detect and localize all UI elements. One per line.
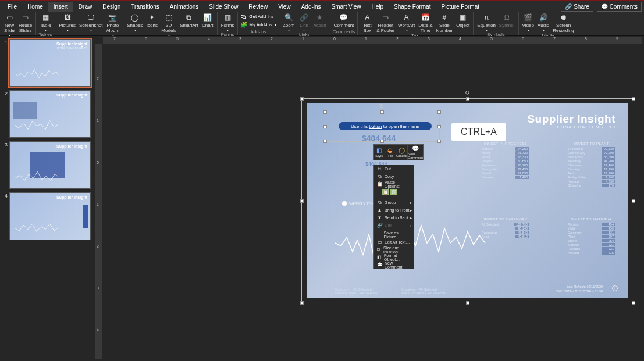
slide-canvas[interactable]: Supplier Insight EDNA CHALLENGE 10 Use t… [307,103,628,298]
slide-panel[interactable]: 1 Supplier InsightEDNA CHALLENGE 10 2 Su… [0,36,95,361]
resize-handle[interactable] [437,110,441,114]
ctx-bring-front[interactable]: ▲Bring to Front▸ [374,206,414,214]
icons-button[interactable]: ✦Icons [145,13,159,28]
rotate-handle-icon[interactable]: ↻ [379,103,385,109]
resize-handle[interactable] [437,125,441,128]
shapes-button[interactable]: ◯Shapes▾ [126,13,144,32]
style-button[interactable]: ◧Style [374,145,385,160]
zoom-button[interactable]: 🔍Zoom▾ [282,13,296,32]
ctx-send-back[interactable]: ▼Send to Back▸ [374,214,414,221]
ctx-alt-text[interactable]: ▭Edit Alt Text… [374,238,414,246]
fill-button[interactable]: ◒Fill [385,145,396,160]
resize-handle[interactable] [380,110,384,114]
resize-handle[interactable] [466,301,469,305]
forms-button[interactable]: ▥Forms▾ [220,13,236,32]
tab-view[interactable]: View [273,2,296,12]
video-button[interactable]: 🎬Video▾ [521,13,535,32]
ctx-cut[interactable]: ✂Cut [374,165,414,173]
info-icon[interactable]: i [612,285,618,291]
resize-handle[interactable] [632,301,635,305]
resize-handle[interactable] [632,97,635,101]
tab-slideshow[interactable]: Slide Show [204,2,243,12]
resize-handle[interactable] [300,301,304,305]
group-icon: ⧉ [377,200,382,206]
tab-smartview[interactable]: Smart View [326,2,367,12]
selection-inner[interactable]: ↻ [325,112,440,142]
resize-handle[interactable] [323,110,327,114]
resize-handle[interactable] [380,140,384,143]
slide-number-button[interactable]: #Slide Number [435,13,454,33]
video-icon: 🎬 [524,13,533,22]
alt-icon: ▭ [377,240,382,245]
tab-pictureformat[interactable]: Picture Format [436,2,485,12]
resize-handle[interactable] [466,97,469,101]
smartart-button[interactable]: ⧉SmartArt [179,13,200,28]
tab-addins[interactable]: Add-ins [296,2,326,12]
tab-design[interactable]: Design [97,2,126,12]
chart-icon: 📊 [203,13,212,22]
ctx-format-object[interactable]: ◧Format Object… [374,253,414,261]
group-illustrations: ◯Shapes▾ ✦Icons ⬚3D Models▾ ⧉SmartArt 📊C… [123,12,218,35]
hf-icon: ▭ [381,13,390,22]
tab-insert[interactable]: Insert [48,2,73,12]
comment-button[interactable]: 💬Comment [333,13,355,28]
chart-button[interactable]: 📊Chart [201,13,215,28]
tab-help[interactable]: Help [367,2,389,12]
ctx-group[interactable]: ⧉Group▸ [374,199,414,206]
resize-handle[interactable] [632,199,635,203]
tab-draw[interactable]: Draw [73,2,97,12]
tab-review[interactable]: Review [243,2,273,12]
slide-subtitle: EDNA CHALLENGE 10 [557,124,615,130]
thumb-slide-3[interactable]: Supplier Insight [9,141,91,189]
3d-models-button[interactable]: ⬚3D Models▾ [160,13,177,37]
tab-animations[interactable]: Animations [165,2,204,12]
ctx-size-position[interactable]: ⧉Size and Position… [374,246,414,253]
thumb-slide-2[interactable]: Supplier Insight [9,90,91,138]
header-footer-button[interactable]: ▭Header & Footer [375,13,396,33]
textbox-button[interactable]: AText Box [360,13,374,33]
resize-handle[interactable] [323,140,327,143]
resize-handle[interactable] [437,140,441,143]
edit-area[interactable]: 76543210123456789 2101234 ↻ Supplier Ins… [95,36,644,361]
group-forms: ▥Forms▾ Forms [218,12,239,35]
resize-handle[interactable] [300,97,304,101]
ctx-link[interactable]: 🔗Link▸ [374,221,414,229]
symbol-button[interactable]: ΩSymbol [498,13,516,28]
resize-handle[interactable] [300,199,304,203]
tab-transitions[interactable]: Transitions [126,2,165,12]
ctx-save-picture[interactable]: Save as Picture… [374,231,414,238]
get-addins-button[interactable]: 🛍Get Add-ins [240,13,276,20]
audio-button[interactable]: 🔊Audio▾ [536,13,550,32]
rotate-handle-icon[interactable]: ↻ [465,90,471,95]
thumb-slide-4[interactable]: Supplier Insight [9,192,91,240]
paste-option-2[interactable]: 🖼 [390,189,397,195]
tab-shapeformat[interactable]: Shape Format [389,2,436,12]
pictures-button[interactable]: 🖼Pictures▾ [58,13,77,32]
new-comment-button[interactable]: 💬New Comment [408,145,423,160]
wordart-button[interactable]: AWordArt▾ [397,13,416,32]
thumb-number: 2 [2,90,8,138]
link-icon: 🔗 [299,13,308,22]
reuse-slides-button[interactable]: ▭Reuse Slides [17,13,33,33]
ctx-copy[interactable]: ⧉Copy [374,173,414,180]
tab-file[interactable]: File [2,2,22,12]
share-button[interactable]: 🔗 Share [561,2,593,12]
screenshot-button[interactable]: 🖵Screenshot▾ [78,13,104,32]
link-button[interactable]: 🔗Link▾ [297,13,311,32]
object-button[interactable]: ▣Object [455,13,471,28]
datetime-button[interactable]: 📅Date & Time [417,13,433,33]
new-slide-button[interactable]: ▭New Slide▾ [2,13,16,37]
screen-recording-button[interactable]: ⏺Screen Recording [552,13,575,33]
thumb-slide-1[interactable]: Supplier InsightEDNA CHALLENGE 10 [9,39,91,87]
action-button[interactable]: ★Action [312,13,327,28]
table-button[interactable]: ▦Table▾ [38,13,52,32]
equation-button[interactable]: πEquation▾ [476,13,497,32]
my-addins-button[interactable]: 🧩My Add-ins▾ [240,21,276,28]
photo-album-button[interactable]: 📷Photo Album▾ [105,13,121,37]
paste-option-1[interactable]: 📋 [382,189,389,195]
tab-home[interactable]: Home [22,2,48,12]
outline-button[interactable]: ◯Outline [396,145,408,160]
ctx-new-comment[interactable]: 💬New Comment [374,261,414,269]
comments-button[interactable]: 💬 Comments [597,2,642,12]
resize-handle[interactable] [323,125,327,128]
